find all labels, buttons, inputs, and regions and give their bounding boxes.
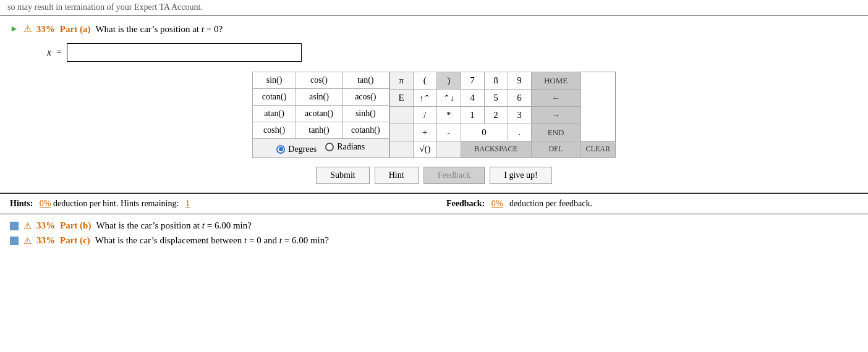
empty-cell-1 <box>389 107 413 124</box>
part-b-warning-icon: ⚠ <box>23 220 32 232</box>
cotanh-btn[interactable]: cotanh() <box>342 122 389 139</box>
sinh-btn[interactable]: sinh() <box>342 106 389 122</box>
degrees-radio-label[interactable]: Degrees <box>276 145 317 154</box>
num-0-btn[interactable]: 0 <box>461 124 508 141</box>
numpad-row-1: π ( ) 7 8 9 HOME <box>389 72 615 90</box>
part-b-checkbox[interactable] <box>10 222 19 230</box>
empty-cell-4 <box>437 141 461 157</box>
home-btn[interactable]: HOME <box>531 72 581 90</box>
submit-row: Submit Hint Feedback I give up! <box>10 167 858 184</box>
num-5-btn[interactable]: 5 <box>484 90 508 107</box>
acos-btn[interactable]: acos() <box>342 89 389 106</box>
num-4-btn[interactable]: 4 <box>461 90 484 107</box>
part-b-label: Part (b) <box>60 220 91 231</box>
hints-right: Feedback: 0% deduction per feedback. <box>446 199 858 209</box>
close-paren-btn[interactable]: ) <box>437 72 461 90</box>
radians-label: Radians <box>337 142 365 152</box>
submit-button[interactable]: Submit <box>316 167 369 184</box>
calculator-area: sin() cos() tan() cotan() asin() acos() … <box>10 72 858 158</box>
e-btn[interactable]: E <box>389 90 413 107</box>
asin-btn[interactable]: asin() <box>296 89 343 106</box>
part-b-percent: 33% <box>36 220 55 231</box>
warning-icon: ⚠ <box>23 23 32 35</box>
tan-btn[interactable]: tan() <box>342 72 389 89</box>
clear-btn[interactable]: CLEAR <box>581 141 615 157</box>
feedback-prefix: Feedback: <box>446 199 485 208</box>
tanh-btn[interactable]: tanh() <box>296 122 343 139</box>
hint-button[interactable]: Hint <box>375 167 419 184</box>
parts-bc-section: ⚠ 33% Part (b) What is the car’s positio… <box>0 214 868 256</box>
part-c-checkbox[interactable] <box>10 237 19 245</box>
calculator-wrapper: sin() cos() tan() cotan() asin() acos() … <box>252 72 616 158</box>
calc-row-5-radio: Degrees Radians <box>253 139 389 158</box>
cosh-btn[interactable]: cosh() <box>253 122 296 139</box>
open-paren-btn[interactable]: ( <box>413 72 437 90</box>
down-arrow-btn[interactable]: ⌃↓ <box>437 90 461 107</box>
acotan-btn[interactable]: acotan() <box>296 106 343 122</box>
end-btn[interactable]: END <box>531 124 581 141</box>
part-a-label: Part (a) <box>60 24 91 35</box>
dot-btn[interactable]: . <box>508 124 531 141</box>
num-7-btn[interactable]: 7 <box>461 72 484 90</box>
minus-btn[interactable]: - <box>437 124 461 141</box>
hints-middle: deduction per hint. Hints remaining: <box>53 199 179 208</box>
numpad-grid: π ( ) 7 8 9 HOME E ↑⌃ ⌃↓ 4 5 6 <box>389 72 616 158</box>
numpad-row-2: E ↑⌃ ⌃↓ 4 5 6 ← <box>389 90 615 107</box>
part-a-percent: 33% <box>36 24 55 35</box>
answer-input[interactable] <box>67 43 302 62</box>
empty-cell-2 <box>389 124 413 141</box>
radians-radio[interactable] <box>325 143 334 151</box>
numpad-row-4: + - 0 . END <box>389 124 615 141</box>
top-warning: so may result in termination of your Exp… <box>0 0 868 16</box>
calc-row-2: cotan() asin() acos() <box>253 89 389 106</box>
sin-btn[interactable]: sin() <box>253 72 296 89</box>
degrees-label: Degrees <box>288 145 317 154</box>
pi-btn[interactable]: π <box>389 72 413 90</box>
degrees-radians-row: Degrees Radians <box>253 139 389 158</box>
divide-btn[interactable]: / <box>413 107 437 124</box>
numpad-row-3: / * 1 2 3 → <box>389 107 615 124</box>
part-c-warning-icon: ⚠ <box>23 235 32 246</box>
up-arrow-btn[interactable]: ↑⌃ <box>413 90 437 107</box>
cos-btn[interactable]: cos() <box>296 72 343 89</box>
part-c-percent: 33% <box>36 235 55 246</box>
num-1-btn[interactable]: 1 <box>461 107 484 124</box>
calc-row-4: cosh() tanh() cotanh() <box>253 122 389 139</box>
del-btn[interactable]: DEL <box>531 141 581 157</box>
numpad-row-5: √() BACKSPACE DEL CLEAR <box>389 141 615 157</box>
num-9-btn[interactable]: 9 <box>508 72 531 90</box>
part-c-label: Part (c) <box>60 235 90 246</box>
right-arrow-btn[interactable]: → <box>531 107 581 124</box>
radians-radio-label[interactable]: Radians <box>325 142 365 152</box>
part-b-question: What is the car’s position at t = 6.00 m… <box>96 220 251 231</box>
atan-btn[interactable]: atan() <box>253 106 296 122</box>
backspace-btn[interactable]: BACKSPACE <box>461 141 531 157</box>
feedback-percent[interactable]: 0% <box>491 199 503 208</box>
part-a-header: ► ⚠ 33% Part (a) What is the car’s posit… <box>10 23 858 35</box>
num-6-btn[interactable]: 6 <box>508 90 531 107</box>
part-c-row: ⚠ 33% Part (c) What is the car’s displac… <box>10 235 858 246</box>
part-a-section: ► ⚠ 33% Part (a) What is the car’s posit… <box>0 16 868 194</box>
feedback-suffix: deduction per feedback. <box>509 199 592 208</box>
num-2-btn[interactable]: 2 <box>484 107 508 124</box>
calc-row-3: atan() acotan() sinh() <box>253 106 389 122</box>
hints-count[interactable]: 1 <box>185 199 190 208</box>
hints-bar: Hints: 0% deduction per hint. Hints rema… <box>0 194 868 214</box>
num-8-btn[interactable]: 8 <box>484 72 508 90</box>
multiply-btn[interactable]: * <box>437 107 461 124</box>
play-icon[interactable]: ► <box>10 24 19 34</box>
degrees-radio[interactable] <box>276 145 285 154</box>
feedback-button[interactable]: Feedback <box>423 167 485 184</box>
num-3-btn[interactable]: 3 <box>508 107 531 124</box>
hints-percent[interactable]: 0% <box>40 199 51 208</box>
give-up-button[interactable]: I give up! <box>490 167 551 184</box>
cotan-btn[interactable]: cotan() <box>253 89 296 106</box>
left-arrow-btn[interactable]: ← <box>531 90 581 107</box>
hints-left: Hints: 0% deduction per hint. Hints rema… <box>10 199 422 209</box>
plus-btn[interactable]: + <box>413 124 437 141</box>
equals-sign: = <box>56 47 62 58</box>
part-a-question: What is the car’s position at t = 0? <box>95 24 223 35</box>
hints-prefix: Hints: <box>10 199 33 208</box>
part-c-question: What is the car’s displacement between t… <box>95 235 329 246</box>
sqrt-btn[interactable]: √() <box>413 141 437 157</box>
